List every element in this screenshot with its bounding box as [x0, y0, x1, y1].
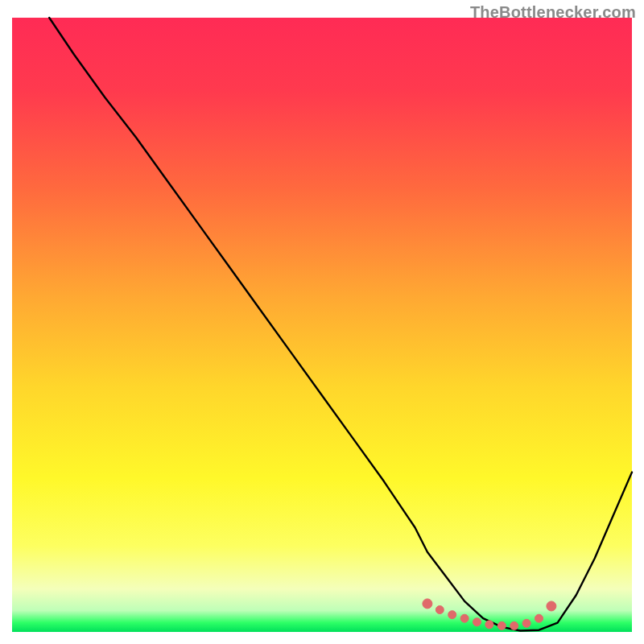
gradient-background: [12, 18, 632, 632]
curve-dot: [448, 611, 456, 619]
curve-dot: [522, 619, 530, 627]
curve-dot: [460, 614, 469, 622]
curve-dot: [485, 621, 493, 629]
attribution-label: TheBottlenecker.com: [470, 3, 636, 22]
curve-dot: [497, 621, 506, 630]
curve-dot: [473, 618, 481, 626]
curve-dot: [423, 599, 432, 609]
chart-container: TheBottlenecker.com: [0, 0, 644, 644]
curve-dot: [547, 601, 556, 611]
curve-dot: [535, 614, 543, 622]
bottleneck-chart: [0, 0, 644, 644]
curve-dot: [510, 621, 518, 630]
curve-dot: [436, 606, 444, 614]
